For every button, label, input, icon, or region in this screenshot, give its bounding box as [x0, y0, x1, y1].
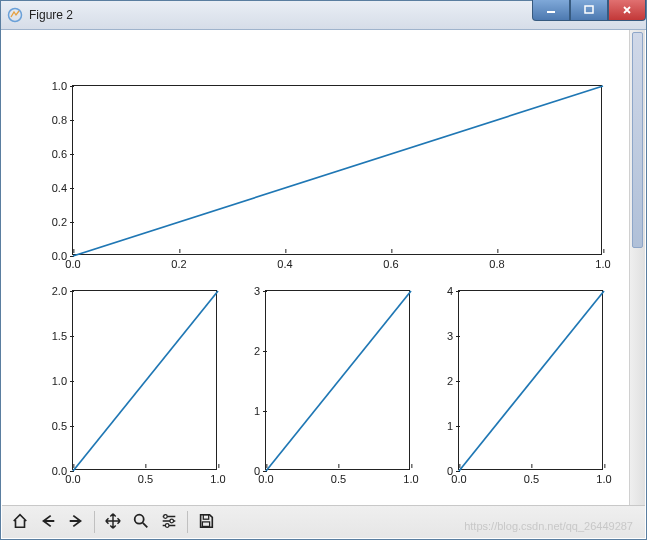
- svg-line-3: [73, 86, 603, 256]
- zoom-button[interactable]: [127, 508, 155, 536]
- toolbar-separator: [94, 511, 95, 533]
- svg-point-11: [165, 523, 169, 527]
- x-tick-label: 0.4: [277, 254, 292, 270]
- x-tick-label: 0.8: [489, 254, 504, 270]
- svg-rect-2: [585, 6, 593, 13]
- y-tick-label: 1: [254, 405, 266, 417]
- minimize-button[interactable]: [532, 0, 570, 21]
- sliders-icon: [160, 512, 178, 533]
- window-buttons: [532, 1, 646, 21]
- svg-rect-13: [202, 521, 209, 526]
- y-tick-label: 0.6: [52, 148, 73, 160]
- y-tick-label: 1: [447, 420, 459, 432]
- x-tick-label: 1.0: [403, 469, 418, 485]
- x-tick-label: 0.0: [65, 469, 80, 485]
- x-tick-label: 0.5: [524, 469, 539, 485]
- x-tick-label: 0.6: [383, 254, 398, 270]
- save-icon: [197, 512, 215, 533]
- scrollbar-thumb[interactable]: [632, 32, 643, 248]
- data-line: [73, 86, 601, 254]
- configure-subplots-button[interactable]: [155, 508, 183, 536]
- forward-button[interactable]: [62, 508, 90, 536]
- svg-line-5: [266, 291, 411, 471]
- subplot-bottom-mid: 01230.00.51.0: [265, 290, 410, 470]
- y-tick-label: 0.2: [52, 216, 73, 228]
- subplot-bottom-right: 012340.00.51.0: [458, 290, 603, 470]
- y-tick-label: 1.0: [52, 80, 73, 92]
- x-tick-label: 0.0: [258, 469, 273, 485]
- save-button[interactable]: [192, 508, 220, 536]
- svg-point-7: [135, 514, 144, 523]
- nav-toolbar: https://blog.csdn.net/qq_26449287: [2, 505, 645, 538]
- arrow-left-icon: [39, 512, 57, 533]
- x-tick-label: 0.5: [331, 469, 346, 485]
- y-tick-label: 3: [254, 285, 266, 297]
- window-title: Figure 2: [29, 8, 73, 22]
- x-tick-label: 0.2: [171, 254, 186, 270]
- pan-button[interactable]: [99, 508, 127, 536]
- y-tick-label: 2: [254, 345, 266, 357]
- y-tick-label: 2.0: [52, 285, 73, 297]
- x-tick-label: 0.5: [138, 469, 153, 485]
- window: Figure 2 0.00.20.40.60.81.00.00.20.40.60…: [0, 0, 647, 540]
- svg-line-8: [143, 522, 148, 527]
- x-tick-label: 1.0: [210, 469, 225, 485]
- close-button[interactable]: [608, 0, 646, 21]
- maximize-button[interactable]: [570, 0, 608, 21]
- figure-canvas[interactable]: 0.00.20.40.60.81.00.00.20.40.60.81.00.00…: [2, 30, 645, 505]
- toolbar-separator: [187, 511, 188, 533]
- data-line: [266, 291, 409, 469]
- y-tick-label: 1.5: [52, 330, 73, 342]
- y-tick-label: 1.0: [52, 375, 73, 387]
- watermark-text: https://blog.csdn.net/qq_26449287: [464, 520, 633, 532]
- arrow-right-icon: [67, 512, 85, 533]
- y-tick-label: 0.4: [52, 182, 73, 194]
- zoom-icon: [132, 512, 150, 533]
- x-tick-label: 1.0: [596, 469, 611, 485]
- back-button[interactable]: [34, 508, 62, 536]
- x-tick-label: 1.0: [595, 254, 610, 270]
- home-button[interactable]: [6, 508, 34, 536]
- y-tick-label: 0.5: [52, 420, 73, 432]
- subplot-top: 0.00.20.40.60.81.00.00.20.40.60.81.0: [72, 85, 602, 255]
- x-tick-label: 0.0: [451, 469, 466, 485]
- data-line: [459, 291, 602, 469]
- data-line: [73, 291, 216, 469]
- y-tick-label: 4: [447, 285, 459, 297]
- app-icon: [7, 7, 23, 23]
- vertical-scrollbar[interactable]: [629, 30, 645, 505]
- svg-point-0: [9, 9, 22, 22]
- x-tick-label: 0.0: [65, 254, 80, 270]
- y-tick-label: 2: [447, 375, 459, 387]
- titlebar[interactable]: Figure 2: [1, 1, 646, 30]
- svg-line-4: [73, 291, 218, 471]
- svg-line-6: [459, 291, 604, 471]
- svg-point-10: [170, 519, 174, 523]
- home-icon: [11, 512, 29, 533]
- y-tick-label: 3: [447, 330, 459, 342]
- svg-point-9: [164, 514, 168, 518]
- subplot-bottom-left: 0.00.51.01.52.00.00.51.0: [72, 290, 217, 470]
- move-icon: [104, 512, 122, 533]
- y-tick-label: 0.8: [52, 114, 73, 126]
